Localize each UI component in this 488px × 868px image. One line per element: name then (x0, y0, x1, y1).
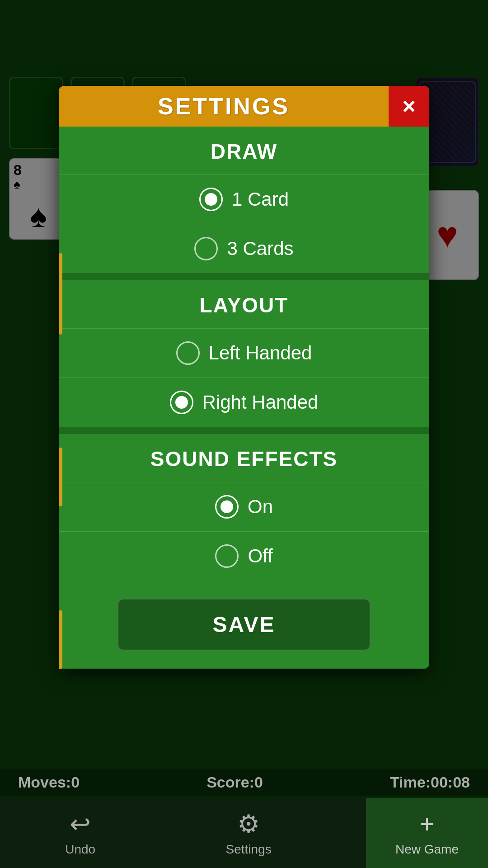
label-sound-off: Off (248, 545, 272, 567)
radio-right-handed[interactable] (170, 391, 193, 414)
divider-1 (59, 273, 429, 280)
radio-3-cards[interactable] (194, 237, 218, 260)
radio-left-handed[interactable] (176, 341, 200, 365)
radio-1-card-inner (205, 193, 217, 206)
radio-sound-on-inner (221, 500, 233, 513)
radio-1-card[interactable] (199, 188, 223, 211)
yellow-accent-sound (59, 610, 62, 669)
bottom-action-bar: ↩ Undo ⚙ Settings ℹ Info + New Game (0, 798, 488, 868)
label-1-card: 1 Card (232, 189, 289, 210)
save-section: SAVE (59, 580, 429, 669)
settings-modal: SETTINGS × DRAW 1 Card 3 Cards LAYOUT Le… (59, 86, 429, 669)
draw-3-cards-option[interactable]: 3 Cards (59, 224, 429, 273)
modal-body: DRAW 1 Card 3 Cards LAYOUT Left Handed R… (59, 127, 429, 669)
radio-sound-on[interactable] (215, 495, 239, 519)
close-button[interactable]: × (389, 86, 429, 127)
status-bar: Moves:0 Score:0 Time:00:08 (0, 769, 488, 796)
moves-display: Moves:0 (18, 774, 80, 791)
new-game-button[interactable]: + New Game (366, 798, 488, 868)
label-sound-on: On (248, 496, 273, 518)
left-handed-option[interactable]: Left Handed (59, 328, 429, 377)
settings-label: Settings (226, 842, 272, 857)
right-handed-option[interactable]: Right Handed (59, 377, 429, 427)
gear-icon: ⚙ (237, 809, 260, 839)
undo-icon: ↩ (70, 809, 91, 839)
save-button[interactable]: SAVE (117, 599, 371, 651)
undo-label: Undo (65, 842, 95, 857)
undo-button[interactable]: ↩ Undo (65, 809, 95, 857)
settings-button[interactable]: ⚙ Settings (226, 809, 272, 857)
label-right-handed: Right Handed (202, 392, 319, 413)
draw-1-card-option[interactable]: 1 Card (59, 175, 429, 224)
new-game-label: New Game (395, 842, 459, 857)
yellow-accent-draw (59, 253, 62, 335)
draw-section-header: DRAW (59, 127, 429, 175)
plus-icon: + (420, 809, 435, 839)
radio-right-handed-inner (175, 396, 188, 409)
radio-sound-off[interactable] (215, 544, 239, 568)
modal-title: SETTINGS (59, 93, 389, 120)
label-3-cards: 3 Cards (227, 238, 293, 259)
yellow-accent-layout (59, 448, 62, 506)
sound-off-option[interactable]: Off (59, 531, 429, 580)
label-left-handed: Left Handed (209, 342, 312, 364)
modal-header: SETTINGS × (59, 86, 429, 127)
sound-section-header: SOUND EFFECTS (59, 434, 429, 482)
score-display: Score:0 (206, 774, 263, 791)
time-display: Time:00:08 (390, 774, 470, 791)
layout-section-header: LAYOUT (59, 280, 429, 328)
sound-on-option[interactable]: On (59, 482, 429, 531)
divider-2 (59, 427, 429, 434)
